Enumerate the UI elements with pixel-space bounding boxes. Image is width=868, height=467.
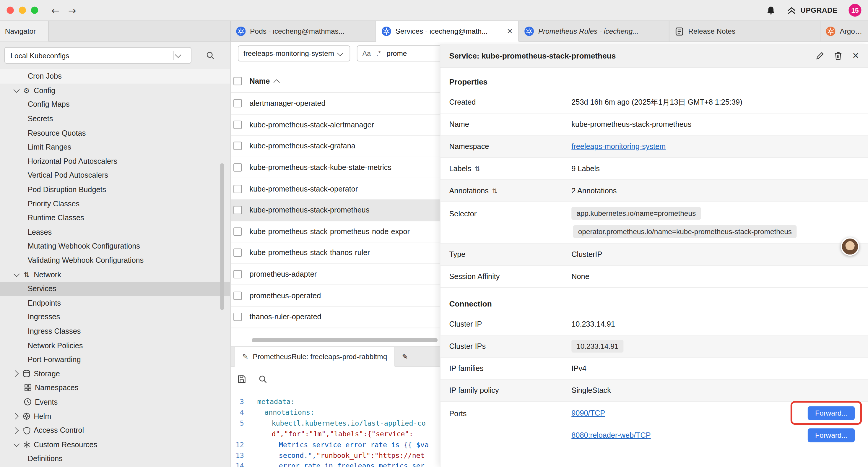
- tab-release-notes[interactable]: Release Notes: [670, 21, 820, 41]
- close-tab-icon[interactable]: ✕: [507, 27, 513, 35]
- tab-services[interactable]: Services - icecheng@math... ✕: [376, 21, 519, 41]
- row-checkbox[interactable]: [234, 270, 242, 279]
- sidebar-item-runtime-classes[interactable]: Runtime Classes: [0, 211, 230, 225]
- chevron-down-icon[interactable]: [12, 86, 21, 95]
- match-case-toggle[interactable]: Aa: [362, 50, 371, 57]
- minimize-window-button[interactable]: [19, 6, 26, 13]
- chevron-right-icon[interactable]: [12, 426, 21, 435]
- forward-button[interactable]: Forward...: [808, 428, 855, 442]
- close-window-button[interactable]: [6, 6, 13, 13]
- sidebar-scrollbar[interactable]: [220, 163, 224, 310]
- code-segment: annotations:: [265, 408, 314, 416]
- sidebar-item-services[interactable]: Services: [0, 282, 230, 296]
- property-row-created: Created 253d 16h 6m ago (2025年1月13日 GMT+…: [440, 91, 868, 114]
- row-checkbox[interactable]: [234, 185, 242, 193]
- chevron-right-icon[interactable]: [12, 369, 21, 378]
- user-avatar[interactable]: [841, 237, 859, 256]
- sidebar-group-access-control[interactable]: Access Control: [0, 423, 230, 437]
- row-checkbox[interactable]: [234, 249, 242, 257]
- sidebar-item-mutating-webhook-configurations[interactable]: Mutating Webhook Configurations: [0, 239, 230, 253]
- editor-search-icon[interactable]: [258, 375, 267, 384]
- property-label: Session Affinity: [449, 272, 571, 281]
- sidebar-item-config-maps[interactable]: Config Maps: [0, 97, 230, 112]
- sidebar-group-helm[interactable]: Helm: [0, 409, 230, 423]
- row-checkbox[interactable]: [234, 313, 242, 321]
- row-checkbox[interactable]: [234, 142, 242, 150]
- sidebar-item-vertical-pod-autoscalers[interactable]: Vertical Pod Autoscalers: [0, 169, 230, 183]
- sidebar-group-storage[interactable]: Storage: [0, 367, 230, 381]
- sidebar-item-port-forwarding[interactable]: Port Forwarding: [0, 353, 230, 367]
- sidebar-group-custom-resources[interactable]: Custom Resources: [0, 437, 230, 451]
- sidebar-item-leases[interactable]: Leases: [0, 225, 230, 239]
- sidebar-item-resource-quotas[interactable]: Resource Quotas: [0, 126, 230, 140]
- row-checkbox[interactable]: [234, 291, 242, 300]
- line-number: 3: [231, 396, 251, 407]
- sidebar-item-validating-webhook-configurations[interactable]: Validating Webhook Configurations: [0, 253, 230, 267]
- row-checkbox[interactable]: [234, 164, 242, 172]
- sidebar-item-priority-classes[interactable]: Priority Classes: [0, 197, 230, 211]
- port-link[interactable]: 9090/TCP: [571, 409, 605, 417]
- helm-icon: [21, 412, 32, 420]
- trash-icon[interactable]: [835, 51, 842, 60]
- sidebar-group-network[interactable]: ⇅ Network: [0, 267, 230, 282]
- regex-toggle[interactable]: .*: [376, 50, 381, 57]
- property-value: ClusterIP: [571, 250, 602, 258]
- chevron-down-icon[interactable]: [12, 270, 21, 279]
- property-value: 9 Labels: [571, 164, 600, 173]
- sidebar-item-horizontal-pod-autoscalers[interactable]: Horizontal Pod Autoscalers: [0, 154, 230, 169]
- row-checkbox[interactable]: [234, 121, 242, 129]
- forward-button[interactable]: Forward...: [808, 406, 855, 420]
- name-column-header[interactable]: Name: [249, 77, 281, 85]
- row-checkbox[interactable]: [234, 206, 242, 214]
- sidebar-item-definitions[interactable]: Definitions: [0, 451, 230, 466]
- select-all-checkbox[interactable]: [234, 77, 242, 85]
- sidebar-item-events[interactable]: Events: [0, 395, 230, 409]
- sidebar-item-label: Horizontal Pod Autoscalers: [28, 157, 118, 166]
- sidebar-group-config[interactable]: ⚙ Config: [0, 83, 230, 97]
- kubeconfig-selector[interactable]: Local Kubeconfigs: [4, 47, 191, 63]
- sidebar-item-cron-jobs[interactable]: Cron Jobs: [0, 69, 230, 83]
- expand-toggle-icon[interactable]: ⇅: [474, 165, 480, 172]
- edit-pencil-icon[interactable]: [816, 52, 825, 60]
- chevron-down-icon[interactable]: [12, 440, 21, 449]
- sidebar-item-network-policies[interactable]: Network Policies: [0, 339, 230, 353]
- zoom-window-button[interactable]: [31, 6, 38, 13]
- tab-pods[interactable]: Pods - icecheng@mathmas...: [231, 21, 376, 41]
- namespace-link[interactable]: freeleaps-monitoring-system: [571, 142, 665, 150]
- editor-tab-prometheusrule[interactable]: ✎ PrometheusRule: freeleaps-prod-rabbitm…: [235, 347, 395, 367]
- config-icon: ⚙: [21, 86, 32, 95]
- close-drawer-icon[interactable]: ✕: [852, 51, 859, 61]
- sidebar-item-secrets[interactable]: Secrets: [0, 112, 230, 126]
- sidebar-item-namespaces[interactable]: Namespaces: [0, 381, 230, 395]
- forward-arrow-icon[interactable]: →: [68, 5, 76, 16]
- row-checkbox[interactable]: [234, 99, 242, 108]
- sidebar-item-label: Ingress Classes: [28, 327, 81, 335]
- tab-argo[interactable]: Argo S...: [820, 21, 868, 41]
- sidebar-item-ingress-classes[interactable]: Ingress Classes: [0, 324, 230, 339]
- sidebar-item-pod-disruption-budgets[interactable]: Pod Disruption Budgets: [0, 182, 230, 197]
- navigator-panel-tab[interactable]: Navigator: [0, 21, 49, 41]
- port-link[interactable]: 8080:reloader-web/TCP: [571, 431, 651, 439]
- notification-count-badge[interactable]: 15: [848, 4, 861, 17]
- property-label: Annotations: [449, 186, 489, 195]
- save-icon[interactable]: [237, 375, 246, 384]
- sidebar-item-ingresses[interactable]: Ingresses: [0, 310, 230, 324]
- sidebar-item-endpoints[interactable]: Endpoints: [0, 296, 230, 310]
- sidebar-item-label: Cron Jobs: [28, 72, 62, 80]
- namespace-filter-select[interactable]: freeleaps-monitoring-system: [238, 46, 350, 61]
- sidebar-item-label: Storage: [34, 370, 60, 378]
- back-arrow-icon[interactable]: ←: [52, 5, 59, 16]
- sidebar-item-limit-ranges[interactable]: Limit Ranges: [0, 140, 230, 154]
- row-checkbox[interactable]: [234, 227, 242, 236]
- notification-bell-icon[interactable]: [766, 5, 776, 16]
- sidebar-search-icon[interactable]: [206, 51, 215, 60]
- upgrade-button[interactable]: UPGRADE: [786, 6, 837, 15]
- chevron-right-icon[interactable]: [12, 412, 21, 420]
- tab-prometheus-rules[interactable]: Prometheus Rules - icecheng...: [519, 21, 669, 41]
- property-row-labels: Labels ⇅ 9 Labels: [440, 158, 868, 180]
- editor-tab-next[interactable]: ✎: [395, 347, 415, 367]
- horizontal-scrollbar[interactable]: [252, 338, 438, 342]
- expand-toggle-icon[interactable]: ⇅: [492, 187, 498, 195]
- clock-icon: [22, 398, 33, 406]
- selector-badge: app.kubernetes.io/name=prometheus: [571, 207, 701, 220]
